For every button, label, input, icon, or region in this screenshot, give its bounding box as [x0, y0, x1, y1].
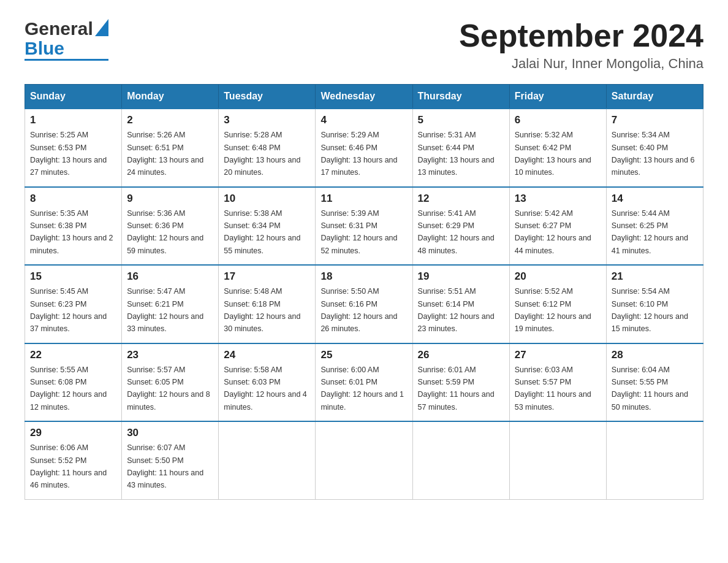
- day-info: Sunrise: 5:57 AMSunset: 6:05 PMDaylight:…: [127, 366, 210, 412]
- calendar-cell: 22 Sunrise: 5:55 AMSunset: 6:08 PMDaylig…: [25, 343, 122, 422]
- calendar-cell: 30 Sunrise: 6:07 AMSunset: 5:50 PMDaylig…: [122, 421, 219, 499]
- day-number: 10: [224, 193, 310, 205]
- calendar-cell: 29 Sunrise: 6:06 AMSunset: 5:52 PMDaylig…: [25, 421, 122, 499]
- calendar-cell: [219, 421, 316, 499]
- day-info: Sunrise: 5:34 AMSunset: 6:40 PMDaylight:…: [612, 131, 695, 177]
- day-number: 1: [30, 114, 116, 126]
- logo-blue-text: Blue: [25, 38, 64, 59]
- logo: General Blue: [25, 18, 108, 61]
- calendar-cell: [606, 421, 703, 499]
- calendar-cell: 3 Sunrise: 5:28 AMSunset: 6:48 PMDayligh…: [219, 109, 316, 187]
- weekday-header-saturday: Saturday: [606, 85, 703, 109]
- weekday-header-thursday: Thursday: [412, 85, 509, 109]
- calendar-cell: 28 Sunrise: 6:04 AMSunset: 5:55 PMDaylig…: [606, 343, 703, 422]
- calendar-week-row: 1 Sunrise: 5:25 AMSunset: 6:53 PMDayligh…: [25, 109, 703, 187]
- day-number: 13: [515, 193, 601, 205]
- day-info: Sunrise: 5:42 AMSunset: 6:27 PMDaylight:…: [515, 209, 591, 255]
- day-number: 8: [30, 193, 116, 205]
- day-number: 2: [127, 114, 213, 126]
- day-number: 3: [224, 114, 310, 126]
- month-title: September 2024: [459, 18, 703, 53]
- day-number: 25: [320, 349, 407, 361]
- weekday-header-friday: Friday: [509, 85, 606, 109]
- day-info: Sunrise: 5:52 AMSunset: 6:12 PMDaylight:…: [515, 287, 591, 333]
- day-info: Sunrise: 6:00 AMSunset: 6:01 PMDaylight:…: [320, 366, 404, 412]
- calendar-cell: 18 Sunrise: 5:50 AMSunset: 6:16 PMDaylig…: [316, 265, 412, 343]
- calendar-cell: [316, 421, 412, 499]
- calendar-cell: 12 Sunrise: 5:41 AMSunset: 6:29 PMDaylig…: [412, 187, 509, 266]
- calendar-header-row: SundayMondayTuesdayWednesdayThursdayFrid…: [25, 85, 703, 109]
- calendar-cell: 17 Sunrise: 5:48 AMSunset: 6:18 PMDaylig…: [219, 265, 316, 343]
- day-info: Sunrise: 5:39 AMSunset: 6:31 PMDaylight:…: [320, 209, 397, 255]
- calendar-cell: 25 Sunrise: 6:00 AMSunset: 6:01 PMDaylig…: [316, 343, 412, 422]
- day-info: Sunrise: 6:03 AMSunset: 5:57 PMDaylight:…: [515, 366, 591, 412]
- calendar-cell: 15 Sunrise: 5:45 AMSunset: 6:23 PMDaylig…: [25, 265, 122, 343]
- calendar-cell: 10 Sunrise: 5:38 AMSunset: 6:34 PMDaylig…: [219, 187, 316, 266]
- calendar-cell: 5 Sunrise: 5:31 AMSunset: 6:44 PMDayligh…: [412, 109, 509, 187]
- calendar-cell: 16 Sunrise: 5:47 AMSunset: 6:21 PMDaylig…: [122, 265, 219, 343]
- page-header: General Blue September 2024 Jalai Nur, I…: [25, 18, 703, 72]
- calendar-cell: 6 Sunrise: 5:32 AMSunset: 6:42 PMDayligh…: [509, 109, 606, 187]
- calendar-cell: 26 Sunrise: 6:01 AMSunset: 5:59 PMDaylig…: [412, 343, 509, 422]
- calendar-cell: 2 Sunrise: 5:26 AMSunset: 6:51 PMDayligh…: [122, 109, 219, 187]
- calendar-cell: 8 Sunrise: 5:35 AMSunset: 6:38 PMDayligh…: [25, 187, 122, 266]
- calendar-week-row: 8 Sunrise: 5:35 AMSunset: 6:38 PMDayligh…: [25, 187, 703, 266]
- calendar-table: SundayMondayTuesdayWednesdayThursdayFrid…: [25, 84, 703, 500]
- day-info: Sunrise: 5:38 AMSunset: 6:34 PMDaylight:…: [224, 209, 300, 255]
- day-info: Sunrise: 5:51 AMSunset: 6:14 PMDaylight:…: [418, 287, 495, 333]
- day-number: 29: [30, 427, 116, 439]
- day-info: Sunrise: 6:01 AMSunset: 5:59 PMDaylight:…: [418, 366, 495, 412]
- day-number: 24: [224, 349, 310, 361]
- calendar-cell: 21 Sunrise: 5:54 AMSunset: 6:10 PMDaylig…: [606, 265, 703, 343]
- day-info: Sunrise: 5:35 AMSunset: 6:38 PMDaylight:…: [30, 209, 113, 255]
- day-info: Sunrise: 5:29 AMSunset: 6:46 PMDaylight:…: [320, 131, 397, 177]
- day-info: Sunrise: 5:41 AMSunset: 6:29 PMDaylight:…: [418, 209, 495, 255]
- day-info: Sunrise: 5:31 AMSunset: 6:44 PMDaylight:…: [418, 131, 495, 177]
- weekday-header-sunday: Sunday: [25, 85, 122, 109]
- calendar-cell: 1 Sunrise: 5:25 AMSunset: 6:53 PMDayligh…: [25, 109, 122, 187]
- title-block: September 2024 Jalai Nur, Inner Mongolia…: [459, 18, 703, 72]
- day-number: 14: [612, 193, 698, 205]
- day-info: Sunrise: 6:07 AMSunset: 5:50 PMDaylight:…: [127, 443, 203, 489]
- day-number: 18: [320, 270, 407, 283]
- weekday-header-wednesday: Wednesday: [316, 85, 412, 109]
- day-number: 15: [30, 270, 116, 283]
- day-info: Sunrise: 5:28 AMSunset: 6:48 PMDaylight:…: [224, 131, 300, 177]
- svg-marker-0: [95, 19, 108, 36]
- day-info: Sunrise: 5:50 AMSunset: 6:16 PMDaylight:…: [320, 287, 397, 333]
- day-number: 5: [418, 114, 504, 126]
- day-number: 17: [224, 270, 310, 283]
- calendar-cell: 13 Sunrise: 5:42 AMSunset: 6:27 PMDaylig…: [509, 187, 606, 266]
- calendar-cell: 4 Sunrise: 5:29 AMSunset: 6:46 PMDayligh…: [316, 109, 412, 187]
- day-info: Sunrise: 5:47 AMSunset: 6:21 PMDaylight:…: [127, 287, 203, 333]
- calendar-cell: 14 Sunrise: 5:44 AMSunset: 6:25 PMDaylig…: [606, 187, 703, 266]
- day-info: Sunrise: 5:48 AMSunset: 6:18 PMDaylight:…: [224, 287, 300, 333]
- calendar-cell: 24 Sunrise: 5:58 AMSunset: 6:03 PMDaylig…: [219, 343, 316, 422]
- logo-text: General: [25, 18, 93, 39]
- day-info: Sunrise: 5:36 AMSunset: 6:36 PMDaylight:…: [127, 209, 203, 255]
- day-number: 6: [515, 114, 601, 126]
- day-info: Sunrise: 5:58 AMSunset: 6:03 PMDaylight:…: [224, 366, 307, 412]
- day-info: Sunrise: 5:26 AMSunset: 6:51 PMDaylight:…: [127, 131, 203, 177]
- weekday-header-tuesday: Tuesday: [219, 85, 316, 109]
- day-info: Sunrise: 5:45 AMSunset: 6:23 PMDaylight:…: [30, 287, 107, 333]
- calendar-cell: 7 Sunrise: 5:34 AMSunset: 6:40 PMDayligh…: [606, 109, 703, 187]
- day-info: Sunrise: 6:06 AMSunset: 5:52 PMDaylight:…: [30, 443, 107, 489]
- day-info: Sunrise: 5:32 AMSunset: 6:42 PMDaylight:…: [515, 131, 591, 177]
- day-info: Sunrise: 5:44 AMSunset: 6:25 PMDaylight:…: [612, 209, 688, 255]
- day-number: 30: [127, 427, 213, 439]
- calendar-cell: 27 Sunrise: 6:03 AMSunset: 5:57 PMDaylig…: [509, 343, 606, 422]
- calendar-cell: [412, 421, 509, 499]
- location-subtitle: Jalai Nur, Inner Mongolia, China: [459, 56, 703, 72]
- day-number: 9: [127, 193, 213, 205]
- day-number: 23: [127, 349, 213, 361]
- day-number: 28: [612, 349, 698, 361]
- day-number: 7: [612, 114, 698, 126]
- day-number: 12: [418, 193, 504, 205]
- day-number: 22: [30, 349, 116, 361]
- day-info: Sunrise: 5:25 AMSunset: 6:53 PMDaylight:…: [30, 131, 107, 177]
- day-info: Sunrise: 6:04 AMSunset: 5:55 PMDaylight:…: [612, 366, 688, 412]
- calendar-cell: 20 Sunrise: 5:52 AMSunset: 6:12 PMDaylig…: [509, 265, 606, 343]
- day-number: 20: [515, 270, 601, 283]
- day-number: 11: [320, 193, 407, 205]
